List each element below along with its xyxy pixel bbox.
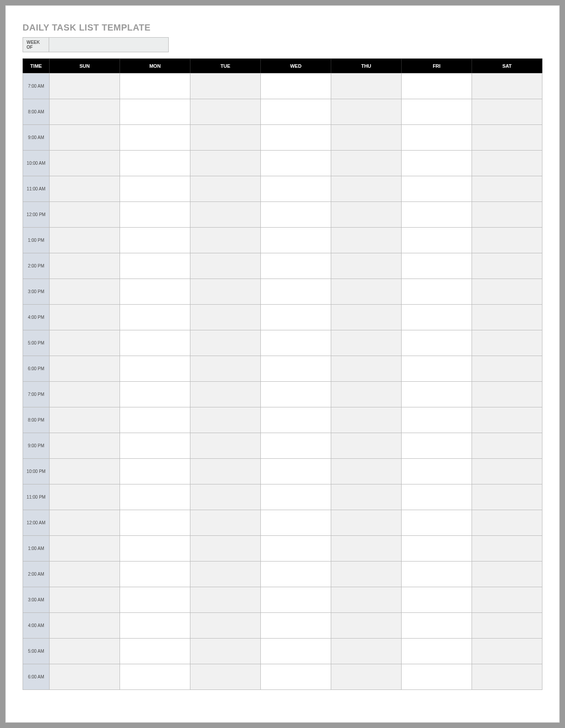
task-cell[interactable] xyxy=(190,561,261,587)
task-cell[interactable] xyxy=(120,613,190,639)
task-cell[interactable] xyxy=(50,510,120,536)
task-cell[interactable] xyxy=(190,382,261,407)
task-cell[interactable] xyxy=(331,407,402,433)
task-cell[interactable] xyxy=(331,253,402,279)
task-cell[interactable] xyxy=(120,228,190,253)
task-cell[interactable] xyxy=(472,253,542,279)
task-cell[interactable] xyxy=(50,305,120,330)
task-cell[interactable] xyxy=(120,664,190,690)
task-cell[interactable] xyxy=(331,587,402,613)
week-of-input[interactable] xyxy=(49,37,169,52)
task-cell[interactable] xyxy=(50,253,120,279)
task-cell[interactable] xyxy=(402,433,472,459)
task-cell[interactable] xyxy=(120,433,190,459)
task-cell[interactable] xyxy=(472,330,542,356)
task-cell[interactable] xyxy=(331,356,402,382)
task-cell[interactable] xyxy=(472,587,542,613)
task-cell[interactable] xyxy=(190,536,261,561)
task-cell[interactable] xyxy=(261,484,331,510)
task-cell[interactable] xyxy=(331,484,402,510)
task-cell[interactable] xyxy=(472,613,542,639)
task-cell[interactable] xyxy=(331,99,402,125)
task-cell[interactable] xyxy=(190,305,261,330)
task-cell[interactable] xyxy=(50,330,120,356)
task-cell[interactable] xyxy=(402,253,472,279)
task-cell[interactable] xyxy=(50,587,120,613)
task-cell[interactable] xyxy=(472,639,542,664)
task-cell[interactable] xyxy=(472,305,542,330)
task-cell[interactable] xyxy=(261,459,331,484)
task-cell[interactable] xyxy=(120,330,190,356)
task-cell[interactable] xyxy=(472,74,542,99)
task-cell[interactable] xyxy=(402,330,472,356)
task-cell[interactable] xyxy=(472,561,542,587)
task-cell[interactable] xyxy=(402,536,472,561)
task-cell[interactable] xyxy=(261,176,331,202)
task-cell[interactable] xyxy=(331,510,402,536)
task-cell[interactable] xyxy=(402,151,472,176)
task-cell[interactable] xyxy=(50,99,120,125)
task-cell[interactable] xyxy=(190,74,261,99)
task-cell[interactable] xyxy=(120,279,190,305)
task-cell[interactable] xyxy=(472,356,542,382)
task-cell[interactable] xyxy=(190,99,261,125)
task-cell[interactable] xyxy=(331,664,402,690)
task-cell[interactable] xyxy=(261,279,331,305)
task-cell[interactable] xyxy=(331,279,402,305)
task-cell[interactable] xyxy=(120,253,190,279)
task-cell[interactable] xyxy=(120,536,190,561)
task-cell[interactable] xyxy=(50,176,120,202)
task-cell[interactable] xyxy=(261,510,331,536)
task-cell[interactable] xyxy=(50,279,120,305)
task-cell[interactable] xyxy=(190,484,261,510)
task-cell[interactable] xyxy=(50,561,120,587)
task-cell[interactable] xyxy=(120,510,190,536)
task-cell[interactable] xyxy=(402,279,472,305)
task-cell[interactable] xyxy=(472,125,542,151)
task-cell[interactable] xyxy=(190,356,261,382)
task-cell[interactable] xyxy=(261,613,331,639)
task-cell[interactable] xyxy=(402,407,472,433)
task-cell[interactable] xyxy=(402,125,472,151)
task-cell[interactable] xyxy=(120,202,190,228)
task-cell[interactable] xyxy=(190,330,261,356)
task-cell[interactable] xyxy=(331,639,402,664)
task-cell[interactable] xyxy=(402,99,472,125)
task-cell[interactable] xyxy=(120,356,190,382)
task-cell[interactable] xyxy=(190,664,261,690)
task-cell[interactable] xyxy=(261,664,331,690)
task-cell[interactable] xyxy=(120,639,190,664)
task-cell[interactable] xyxy=(120,125,190,151)
task-cell[interactable] xyxy=(261,382,331,407)
task-cell[interactable] xyxy=(331,151,402,176)
task-cell[interactable] xyxy=(190,176,261,202)
task-cell[interactable] xyxy=(50,356,120,382)
task-cell[interactable] xyxy=(472,279,542,305)
task-cell[interactable] xyxy=(472,433,542,459)
task-cell[interactable] xyxy=(402,74,472,99)
task-cell[interactable] xyxy=(50,536,120,561)
task-cell[interactable] xyxy=(50,613,120,639)
task-cell[interactable] xyxy=(261,125,331,151)
task-cell[interactable] xyxy=(331,74,402,99)
task-cell[interactable] xyxy=(190,587,261,613)
task-cell[interactable] xyxy=(261,356,331,382)
task-cell[interactable] xyxy=(331,228,402,253)
task-cell[interactable] xyxy=(472,664,542,690)
task-cell[interactable] xyxy=(402,356,472,382)
task-cell[interactable] xyxy=(331,176,402,202)
task-cell[interactable] xyxy=(472,484,542,510)
task-cell[interactable] xyxy=(402,639,472,664)
task-cell[interactable] xyxy=(261,587,331,613)
task-cell[interactable] xyxy=(331,382,402,407)
task-cell[interactable] xyxy=(261,433,331,459)
task-cell[interactable] xyxy=(261,407,331,433)
task-cell[interactable] xyxy=(50,74,120,99)
task-cell[interactable] xyxy=(190,228,261,253)
task-cell[interactable] xyxy=(190,279,261,305)
task-cell[interactable] xyxy=(261,99,331,125)
task-cell[interactable] xyxy=(120,99,190,125)
task-cell[interactable] xyxy=(190,253,261,279)
task-cell[interactable] xyxy=(120,484,190,510)
task-cell[interactable] xyxy=(402,202,472,228)
